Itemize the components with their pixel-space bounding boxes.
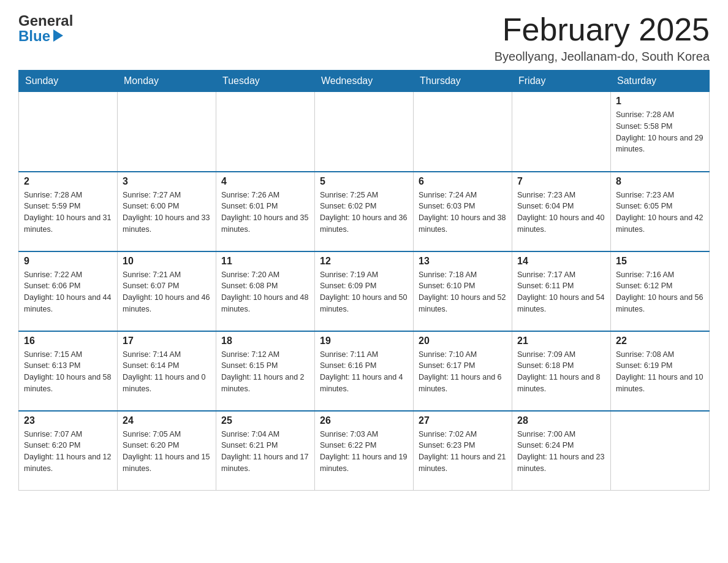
calendar-week-row: 1Sunrise: 7:28 AMSunset: 5:58 PMDaylight… — [19, 92, 710, 172]
table-row — [216, 92, 315, 172]
logo-text: General Blue — [18, 12, 73, 45]
calendar-week-row: 2Sunrise: 7:28 AMSunset: 5:59 PMDaylight… — [19, 172, 710, 251]
day-number: 2 — [24, 176, 112, 187]
day-info: Sunrise: 7:03 AMSunset: 6:22 PMDaylight:… — [320, 429, 408, 475]
day-number: 21 — [517, 335, 605, 347]
day-number: 16 — [24, 335, 112, 347]
day-number: 6 — [419, 176, 507, 187]
table-row: 8Sunrise: 7:23 AMSunset: 6:05 PMDaylight… — [611, 172, 710, 251]
day-number: 12 — [320, 256, 408, 267]
day-number: 11 — [221, 256, 309, 267]
col-saturday: Saturday — [611, 71, 710, 92]
table-row: 27Sunrise: 7:02 AMSunset: 6:23 PMDayligh… — [414, 411, 512, 491]
day-info: Sunrise: 7:20 AMSunset: 6:08 PMDaylight:… — [221, 269, 309, 315]
day-info: Sunrise: 7:14 AMSunset: 6:14 PMDaylight:… — [123, 349, 211, 395]
day-info: Sunrise: 7:09 AMSunset: 6:18 PMDaylight:… — [517, 349, 605, 395]
day-number: 13 — [419, 256, 507, 267]
table-row: 13Sunrise: 7:18 AMSunset: 6:10 PMDayligh… — [414, 251, 512, 331]
month-title: February 2025 — [495, 12, 710, 47]
day-number: 24 — [123, 415, 211, 426]
table-row: 22Sunrise: 7:08 AMSunset: 6:19 PMDayligh… — [611, 331, 710, 411]
table-row: 2Sunrise: 7:28 AMSunset: 5:59 PMDaylight… — [19, 172, 118, 251]
day-info: Sunrise: 7:05 AMSunset: 6:20 PMDaylight:… — [123, 429, 211, 475]
table-row: 19Sunrise: 7:11 AMSunset: 6:16 PMDayligh… — [315, 331, 414, 411]
table-row: 12Sunrise: 7:19 AMSunset: 6:09 PMDayligh… — [315, 251, 414, 331]
calendar-week-row: 9Sunrise: 7:22 AMSunset: 6:06 PMDaylight… — [19, 251, 710, 331]
day-info: Sunrise: 7:15 AMSunset: 6:13 PMDaylight:… — [24, 349, 112, 395]
calendar-week-row: 16Sunrise: 7:15 AMSunset: 6:13 PMDayligh… — [19, 331, 710, 411]
table-row: 9Sunrise: 7:22 AMSunset: 6:06 PMDaylight… — [19, 251, 118, 331]
table-row: 3Sunrise: 7:27 AMSunset: 6:00 PMDaylight… — [118, 172, 216, 251]
table-row: 17Sunrise: 7:14 AMSunset: 6:14 PMDayligh… — [118, 331, 216, 411]
day-info: Sunrise: 7:28 AMSunset: 5:58 PMDaylight:… — [616, 109, 704, 155]
day-info: Sunrise: 7:02 AMSunset: 6:23 PMDaylight:… — [419, 429, 507, 475]
day-info: Sunrise: 7:12 AMSunset: 6:15 PMDaylight:… — [221, 349, 309, 395]
day-info: Sunrise: 7:22 AMSunset: 6:06 PMDaylight:… — [24, 269, 112, 315]
day-number: 17 — [123, 335, 211, 347]
col-thursday: Thursday — [414, 71, 512, 92]
table-row — [414, 92, 512, 172]
table-row: 4Sunrise: 7:26 AMSunset: 6:01 PMDaylight… — [216, 172, 315, 251]
day-number: 25 — [221, 415, 309, 426]
table-row: 10Sunrise: 7:21 AMSunset: 6:07 PMDayligh… — [118, 251, 216, 331]
day-info: Sunrise: 7:25 AMSunset: 6:02 PMDaylight:… — [320, 190, 408, 236]
col-wednesday: Wednesday — [315, 71, 414, 92]
day-number: 7 — [517, 176, 605, 187]
day-info: Sunrise: 7:26 AMSunset: 6:01 PMDaylight:… — [221, 190, 309, 236]
calendar-header-row: Sunday Monday Tuesday Wednesday Thursday… — [19, 71, 710, 92]
table-row: 23Sunrise: 7:07 AMSunset: 6:20 PMDayligh… — [19, 411, 118, 491]
day-number: 4 — [221, 176, 309, 187]
day-info: Sunrise: 7:23 AMSunset: 6:05 PMDaylight:… — [616, 190, 704, 236]
day-number: 20 — [419, 335, 507, 347]
day-number: 28 — [517, 415, 605, 426]
day-number: 18 — [221, 335, 309, 347]
day-number: 26 — [320, 415, 408, 426]
col-friday: Friday — [512, 71, 611, 92]
day-number: 5 — [320, 176, 408, 187]
day-info: Sunrise: 7:16 AMSunset: 6:12 PMDaylight:… — [616, 269, 704, 315]
day-number: 14 — [517, 256, 605, 267]
page-header: General Blue February 2025 Byeollyang, J… — [18, 12, 710, 64]
day-info: Sunrise: 7:23 AMSunset: 6:04 PMDaylight:… — [517, 190, 605, 236]
table-row: 25Sunrise: 7:04 AMSunset: 6:21 PMDayligh… — [216, 411, 315, 491]
day-info: Sunrise: 7:21 AMSunset: 6:07 PMDaylight:… — [123, 269, 211, 315]
day-info: Sunrise: 7:08 AMSunset: 6:19 PMDaylight:… — [616, 349, 704, 395]
day-info: Sunrise: 7:11 AMSunset: 6:16 PMDaylight:… — [320, 349, 408, 395]
table-row — [19, 92, 118, 172]
day-number: 22 — [616, 335, 704, 347]
table-row — [118, 92, 216, 172]
table-row — [611, 411, 710, 491]
day-info: Sunrise: 7:27 AMSunset: 6:00 PMDaylight:… — [123, 190, 211, 236]
col-tuesday: Tuesday — [216, 71, 315, 92]
day-info: Sunrise: 7:28 AMSunset: 5:59 PMDaylight:… — [24, 190, 112, 236]
day-number: 15 — [616, 256, 704, 267]
col-monday: Monday — [118, 71, 216, 92]
logo-blue: Blue — [18, 28, 50, 45]
col-sunday: Sunday — [19, 71, 118, 92]
table-row: 15Sunrise: 7:16 AMSunset: 6:12 PMDayligh… — [611, 251, 710, 331]
day-number: 23 — [24, 415, 112, 426]
day-info: Sunrise: 7:10 AMSunset: 6:17 PMDaylight:… — [419, 349, 507, 395]
table-row: 26Sunrise: 7:03 AMSunset: 6:22 PMDayligh… — [315, 411, 414, 491]
day-number: 1 — [616, 96, 704, 107]
table-row: 5Sunrise: 7:25 AMSunset: 6:02 PMDaylight… — [315, 172, 414, 251]
table-row: 24Sunrise: 7:05 AMSunset: 6:20 PMDayligh… — [118, 411, 216, 491]
table-row: 6Sunrise: 7:24 AMSunset: 6:03 PMDaylight… — [414, 172, 512, 251]
logo-arrow-icon — [53, 29, 63, 42]
table-row: 11Sunrise: 7:20 AMSunset: 6:08 PMDayligh… — [216, 251, 315, 331]
table-row: 7Sunrise: 7:23 AMSunset: 6:04 PMDaylight… — [512, 172, 611, 251]
table-row — [315, 92, 414, 172]
logo: General Blue — [18, 12, 73, 45]
title-section: February 2025 Byeollyang, Jeollanam-do, … — [495, 12, 710, 64]
day-number: 27 — [419, 415, 507, 426]
table-row: 18Sunrise: 7:12 AMSunset: 6:15 PMDayligh… — [216, 331, 315, 411]
calendar-week-row: 23Sunrise: 7:07 AMSunset: 6:20 PMDayligh… — [19, 411, 710, 491]
day-info: Sunrise: 7:17 AMSunset: 6:11 PMDaylight:… — [517, 269, 605, 315]
table-row: 21Sunrise: 7:09 AMSunset: 6:18 PMDayligh… — [512, 331, 611, 411]
day-info: Sunrise: 7:00 AMSunset: 6:24 PMDaylight:… — [517, 429, 605, 475]
day-number: 9 — [24, 256, 112, 267]
table-row: 28Sunrise: 7:00 AMSunset: 6:24 PMDayligh… — [512, 411, 611, 491]
table-row: 16Sunrise: 7:15 AMSunset: 6:13 PMDayligh… — [19, 331, 118, 411]
day-info: Sunrise: 7:18 AMSunset: 6:10 PMDaylight:… — [419, 269, 507, 315]
day-number: 10 — [123, 256, 211, 267]
